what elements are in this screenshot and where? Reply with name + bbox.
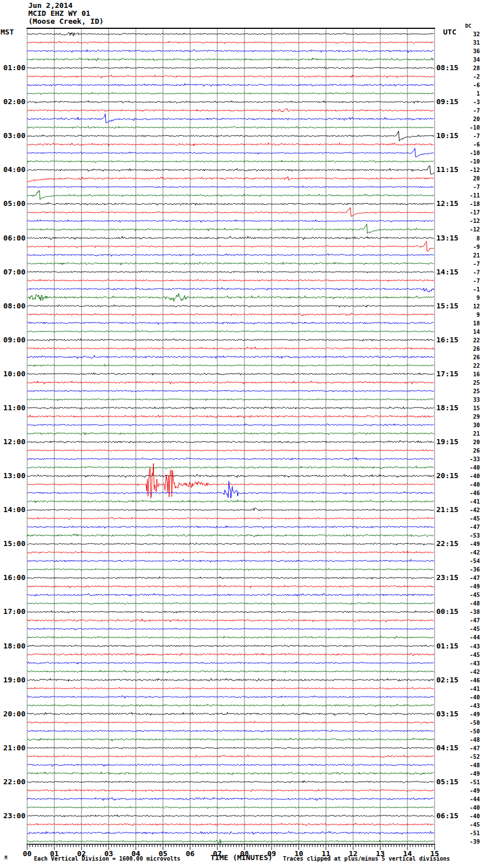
hour-label-utc: 04:15 <box>436 744 458 752</box>
dc-offset-value: -49 <box>462 788 480 794</box>
trace-row-85 <box>27 755 434 758</box>
dc-offset-value: -45 <box>462 652 480 658</box>
trace-row-73 <box>27 653 434 656</box>
helicorder-plot <box>0 0 481 868</box>
trace-row-82 <box>27 730 434 732</box>
hour-label-utc: 05:15 <box>436 778 458 786</box>
trace-row-75 <box>27 670 434 673</box>
trace-row-9 <box>27 109 434 112</box>
trace-row-2 <box>27 50 434 53</box>
trace-row-51 <box>27 466 434 469</box>
trace-row-16 <box>27 166 434 174</box>
hour-label-utc: 22:15 <box>436 540 458 548</box>
dc-offset-value: -6 <box>462 141 480 148</box>
trace-row-23 <box>27 224 434 234</box>
trace-row-22 <box>27 220 434 222</box>
dc-offset-value: -1 <box>462 286 480 293</box>
hour-label-mst: 06:00 <box>0 234 25 242</box>
hour-label-mst: 22:00 <box>0 778 25 786</box>
dc-offset-value: -49 <box>462 771 480 777</box>
dc-offset-value: 33 <box>462 397 480 403</box>
trace-row-55 <box>27 500 434 502</box>
dc-offset-value: -44 <box>462 634 480 641</box>
hour-label-mst: 13:00 <box>0 472 25 480</box>
trace-row-17 <box>27 177 434 182</box>
dc-offset-value: -42 <box>462 507 480 513</box>
dc-offset-value: 28 <box>462 65 480 71</box>
hour-label-mst: 14:00 <box>0 506 25 514</box>
trace-row-25 <box>27 241 434 251</box>
trace-row-34 <box>27 322 434 324</box>
dc-offset-value: -51 <box>462 779 480 785</box>
dc-offset-value: -45 <box>462 515 480 522</box>
hour-label-utc: 20:15 <box>436 472 458 480</box>
trace-row-38 <box>27 355 434 359</box>
dc-offset-value: 22 <box>462 363 480 369</box>
trace-row-52 <box>27 474 434 478</box>
hour-label-mst: 15:00 <box>0 540 25 548</box>
hour-label-utc: 16:15 <box>436 336 458 344</box>
dc-offset-value: -51 <box>462 830 480 836</box>
trace-row-13 <box>27 143 434 146</box>
trace-row-40 <box>27 373 434 375</box>
trace-row-44 <box>27 407 434 410</box>
hour-label-mst: 07:00 <box>0 268 25 276</box>
trace-row-88 <box>27 781 434 783</box>
trace-row-59 <box>27 534 434 537</box>
dc-offset-value: 25 <box>462 380 480 386</box>
dc-offset-value: 8 <box>462 235 480 242</box>
dc-offset-value: -48 <box>462 762 480 768</box>
dc-offset-value: -40 <box>462 813 480 819</box>
dc-offset-value: 12 <box>462 303 480 310</box>
hour-label-mst: 05:00 <box>0 200 25 208</box>
hour-label-mst: 02:00 <box>0 98 25 106</box>
trace-row-61 <box>27 551 434 553</box>
dc-offset-value: -7 <box>462 261 480 267</box>
dc-offset-value: 26 <box>462 346 480 352</box>
trace-row-10 <box>27 114 434 123</box>
dc-offset-value: -53 <box>462 532 480 539</box>
hour-label-utc: 21:15 <box>436 506 458 514</box>
dc-offset-value: 34 <box>462 57 480 63</box>
dc-offset-value: -6 <box>462 82 480 88</box>
trace-row-89 <box>27 789 434 792</box>
trace-row-79 <box>27 704 434 707</box>
trace-row-50 <box>27 458 434 461</box>
dc-offset-value: -49 <box>462 583 480 590</box>
hour-label-utc: 11:15 <box>436 166 458 174</box>
trace-row-74 <box>27 662 434 664</box>
dc-offset-value: -2 <box>462 74 480 80</box>
trace-row-94 <box>27 831 434 835</box>
trace-row-72 <box>27 644 434 647</box>
dc-offset-value: -43 <box>462 660 480 667</box>
trace-row-0 <box>27 32 434 36</box>
dc-offset-value: -49 <box>462 541 480 547</box>
minute-grid <box>27 28 435 844</box>
hour-label-mst: 18:00 <box>0 642 25 650</box>
dc-offset-value: 21 <box>462 431 480 437</box>
trace-row-21 <box>27 208 434 217</box>
trace-row-4 <box>27 67 434 69</box>
dc-offset-value: -52 <box>462 754 480 760</box>
trace-row-39 <box>27 364 434 367</box>
dc-offset-value: 32 <box>462 31 480 37</box>
hour-label-utc: 23:15 <box>436 574 458 582</box>
dc-offset-value: 21 <box>462 252 480 259</box>
hour-label-utc: 14:15 <box>436 268 458 276</box>
dc-offset-value: -46 <box>462 490 480 496</box>
trace-row-91 <box>27 806 434 809</box>
hour-label-mst: 19:00 <box>0 676 25 684</box>
trace-row-1 <box>27 41 434 44</box>
trace-row-45 <box>27 415 434 418</box>
trace-row-43 <box>27 398 434 401</box>
dc-offset-value: -11 <box>462 192 480 199</box>
trace-row-11 <box>27 126 434 128</box>
hour-label-utc: 19:15 <box>436 438 458 446</box>
dc-offset-value: -47 <box>462 575 480 581</box>
trace-row-33 <box>27 313 434 316</box>
trace-row-47 <box>27 432 434 435</box>
dc-offset-value: 16 <box>462 371 480 377</box>
x-axis-title: TIME (MINUTES) <box>211 854 273 862</box>
trace-row-67 <box>27 603 434 605</box>
trace-row-66 <box>27 594 434 596</box>
